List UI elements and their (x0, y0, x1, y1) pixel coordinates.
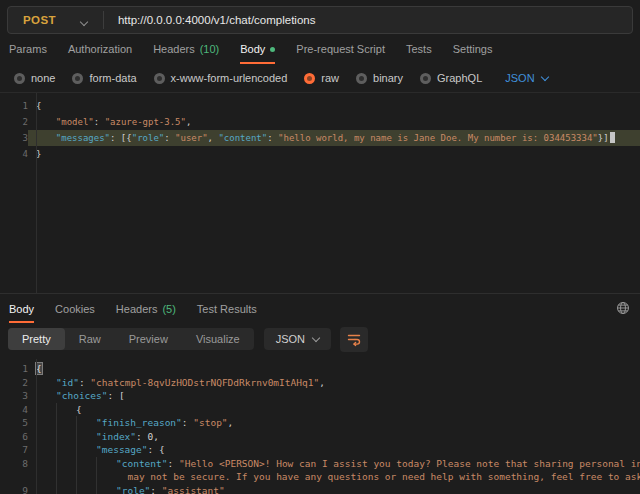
request-tab-tests[interactable]: Tests (406, 34, 432, 64)
chevron-down-icon[interactable] (81, 11, 87, 29)
indent-guide (36, 376, 56, 390)
request-tab-pre-request-script[interactable]: Pre-request Script (296, 34, 385, 64)
indent-guide (36, 484, 56, 494)
body-mode-x-www-form-urlencoded[interactable]: x-www-form-urlencoded (154, 72, 288, 84)
code-text: { (28, 98, 640, 114)
line-number (0, 470, 28, 484)
indent-guide (96, 457, 116, 471)
request-tab-params[interactable]: Params (9, 34, 47, 64)
view-pretty[interactable]: Pretty (8, 328, 65, 350)
request-tab-settings[interactable]: Settings (453, 34, 493, 64)
wrap-text-icon (346, 331, 362, 347)
radio-icon (420, 73, 431, 84)
code-text: { (28, 403, 640, 417)
view-raw[interactable]: Raw (65, 328, 115, 350)
request-tab-authorization[interactable]: Authorization (68, 34, 132, 64)
code-line: 1{ (0, 362, 640, 376)
code-line: 3 "messages": [{"role": "user", "content… (0, 130, 640, 146)
response-view-switcher: PrettyRawPreviewVisualize (8, 328, 254, 350)
request-format-label: JSON (505, 72, 534, 84)
code-line: 6"index": 0, (0, 430, 640, 444)
body-mode-graphql[interactable]: GraphQL (420, 72, 482, 84)
indent-guide (56, 457, 76, 471)
code-line: 1{ (0, 98, 640, 114)
code-text: "model": "azure-gpt-3.5", (28, 114, 640, 130)
tab-label: Authorization (68, 43, 132, 55)
code-text: "id": "chatcmpl-8qvUzHODstrNQFDdRkrnv0mI… (28, 376, 640, 390)
indent-guide (36, 470, 56, 484)
code-line: 5"finish_reason": "stop", (0, 416, 640, 430)
response-tabs: BodyCookiesHeaders(5)Test Results (0, 293, 640, 323)
chevron-down-icon (312, 334, 320, 342)
body-mode-raw[interactable]: raw (304, 72, 339, 84)
request-format-dropdown[interactable]: JSON (505, 72, 547, 84)
tab-label: Test Results (197, 303, 257, 315)
response-tab-cookies[interactable]: Cookies (55, 294, 95, 323)
indent-guide (76, 457, 96, 471)
indent-guide (76, 484, 96, 494)
code-line: 4} (0, 146, 640, 162)
code-text-highlighted: "messages": [{"role": "user", "content":… (28, 130, 640, 146)
tab-label: Body (9, 303, 34, 315)
indent-guide (56, 470, 76, 484)
request-tab-body[interactable]: Body (240, 34, 275, 64)
indent-guide (36, 114, 45, 130)
tab-count-badge: (10) (200, 43, 220, 55)
view-preview[interactable]: Preview (115, 328, 182, 350)
line-number: 2 (0, 376, 28, 390)
body-mode-row: noneform-datax-www-form-urlencodedrawbin… (0, 64, 640, 93)
indent-guide (36, 416, 56, 430)
indent-guide (76, 416, 96, 430)
indent-guide (36, 389, 56, 403)
response-body-editor[interactable]: 1{2"id": "chatcmpl-8qvUzHODstrNQFDdRkrnv… (0, 359, 640, 494)
code-line: 2 "model": "azure-gpt-3.5", (0, 114, 640, 130)
code-text: "finish_reason": "stop", (28, 416, 640, 430)
radio-icon (356, 73, 367, 84)
request-body-editor[interactable]: 1{2 "model": "azure-gpt-3.5",3 "messages… (0, 93, 640, 293)
radio-icon (14, 73, 25, 84)
tab-label: Cookies (55, 303, 95, 315)
line-number: 7 (0, 443, 28, 457)
request-tabs: ParamsAuthorizationHeaders(10)BodyPre-re… (0, 34, 640, 64)
code-line: 7"message": { (0, 443, 640, 457)
indent-guide (76, 443, 96, 457)
code-line: may not be secure. If you have any quest… (0, 470, 640, 484)
code-text: "choices": [ (28, 389, 640, 403)
request-tab-headers[interactable]: Headers(10) (153, 34, 219, 64)
mode-label: x-www-form-urlencoded (171, 72, 288, 84)
url-input[interactable]: http://0.0.0.0:4000/v1/chat/completions (118, 14, 316, 26)
globe-icon[interactable] (616, 301, 630, 317)
tab-count-badge: (5) (162, 303, 175, 315)
view-visualize[interactable]: Visualize (182, 328, 254, 350)
body-mode-none[interactable]: none (14, 72, 55, 84)
code-line: 8"content": "Hello <PERSON>! How can I a… (0, 457, 640, 471)
code-text: "content": "Hello <PERSON>! How can I as… (28, 457, 640, 471)
line-number: 3 (0, 130, 28, 146)
body-mode-form-data[interactable]: form-data (72, 72, 136, 84)
line-number: 5 (0, 416, 28, 430)
response-format-label: JSON (276, 333, 305, 345)
method-selector[interactable]: POST (23, 14, 56, 26)
body-mode-binary[interactable]: binary (356, 72, 403, 84)
code-text: may not be secure. If you have any quest… (28, 470, 640, 484)
indent-guide (56, 484, 76, 494)
tab-label: Params (9, 43, 47, 55)
tab-label: Settings (453, 43, 493, 55)
response-format-dropdown[interactable]: JSON (264, 328, 331, 350)
indent-guide (96, 484, 116, 494)
wrap-text-button[interactable] (340, 327, 368, 352)
line-number: 8 (0, 457, 28, 471)
line-number: 9 (0, 484, 28, 494)
code-text: { (28, 362, 640, 376)
response-tab-body[interactable]: Body (9, 294, 34, 323)
code-line: 9"role": "assistant" (0, 484, 640, 494)
gutter-divider (36, 93, 37, 293)
response-tab-test-results[interactable]: Test Results (197, 294, 257, 323)
response-tab-headers[interactable]: Headers(5) (116, 294, 176, 323)
mode-label: form-data (89, 72, 136, 84)
line-number: 1 (0, 98, 28, 114)
mode-label: none (31, 72, 55, 84)
response-toolbar: PrettyRawPreviewVisualize JSON (0, 323, 640, 359)
line-number: 4 (0, 146, 28, 162)
gutter-divider (36, 359, 37, 494)
